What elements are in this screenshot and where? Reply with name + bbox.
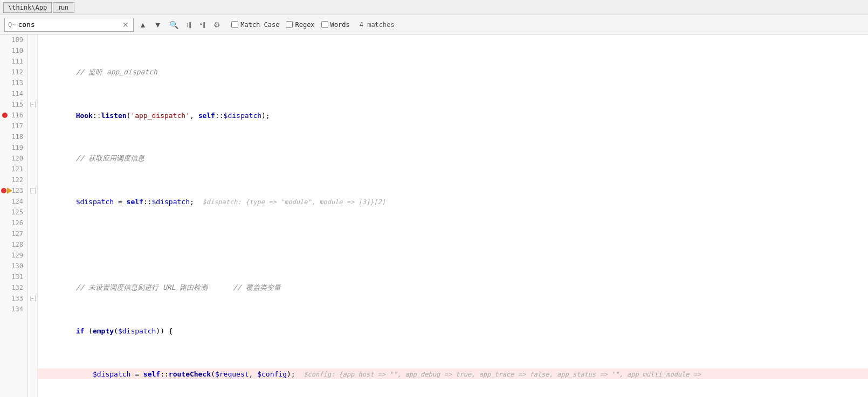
line-num-115: 115 <box>0 99 27 110</box>
line-num-124: 124 <box>0 196 27 207</box>
gutter-112 <box>28 67 37 78</box>
words-option[interactable]: Words <box>321 21 350 29</box>
fold-115[interactable]: − <box>30 102 36 107</box>
code-area[interactable]: // 监听 app_dispatch Hook::listen('app_dis… <box>38 34 868 397</box>
gutter-126 <box>28 218 37 228</box>
code-line-110: Hook::listen('app_dispatch', self::$disp… <box>38 110 868 121</box>
gutter-130 <box>28 261 37 271</box>
regex-checkbox[interactable] <box>286 21 293 28</box>
code-line-109: // 监听 app_dispatch <box>38 67 868 78</box>
gutter-110 <box>28 45 37 56</box>
toggle-replace-button[interactable]: ↕‖ <box>184 20 195 29</box>
line-num-132: 132 <box>0 282 27 293</box>
gutter-119 <box>28 142 37 153</box>
gutter-125 <box>28 207 37 218</box>
search-bar: Q~ ✕ ▲ ▼ 🔍 ↕‖ ‣‖ ⚙ Match Case Regex Word… <box>0 15 868 34</box>
gutter-128 <box>28 239 37 250</box>
search-input[interactable] <box>18 20 121 29</box>
gutter-117 <box>28 121 37 131</box>
gutter-121 <box>28 164 37 175</box>
line-num-126: 126 <box>0 218 27 228</box>
line-num-131: 131 <box>0 271 27 282</box>
code-line-115: if (empty($dispatch)) { <box>38 325 868 336</box>
gutter-113 <box>28 78 37 88</box>
gutter-127 <box>28 228 37 239</box>
breadcrumb-path: \think\App <box>3 2 52 13</box>
line-num-113: 113 <box>0 78 27 88</box>
search-settings-button[interactable]: ⚙ <box>211 19 223 30</box>
match-case-option[interactable]: Match Case <box>231 21 279 29</box>
fold-123[interactable]: − <box>30 188 36 193</box>
line-num-117: 117 <box>0 121 27 131</box>
line-num-133: 133 <box>0 293 27 304</box>
next-match-button[interactable]: ▼ <box>152 19 164 30</box>
prev-match-button[interactable]: ▲ <box>137 19 149 30</box>
gutter-118 <box>28 131 37 142</box>
line-num-110: 110 <box>0 45 27 56</box>
line-num-128: 128 <box>0 239 27 250</box>
line-num-127: 127 <box>0 228 27 239</box>
line-num-118: 118 <box>0 131 27 142</box>
fold-133[interactable]: − <box>30 296 36 301</box>
gutter-111 <box>28 56 37 67</box>
line-num-130: 130 <box>0 261 27 271</box>
fold-gutter: − − − <box>28 34 38 397</box>
search-q-icon: Q~ <box>8 21 16 29</box>
gutter-133[interactable]: − <box>28 293 37 304</box>
gutter-123[interactable]: − <box>28 185 37 196</box>
code-line-113 <box>38 239 868 250</box>
code-line-116: $dispatch = self::routeCheck($request, $… <box>38 368 868 379</box>
line-num-129: 129 <box>0 250 27 261</box>
line-num-112: 112 <box>0 67 27 78</box>
match-count: 4 matches <box>360 21 395 29</box>
line-num-125: 125 <box>0 207 27 218</box>
code-line-114: // 未设置调度信息则进行 URL 路由检测 // 覆盖类变量 <box>38 282 868 293</box>
gutter-134 <box>28 304 37 315</box>
line-num-122: 122 <box>0 175 27 185</box>
gutter-129 <box>28 250 37 261</box>
gutter-115[interactable]: − <box>28 99 37 110</box>
line-num-134: 134 <box>0 304 27 315</box>
line-num-119: 119 <box>0 142 27 153</box>
line-num-120: 120 <box>0 153 27 164</box>
line-num-123: 123 <box>0 185 27 196</box>
search-options: Match Case Regex Words 4 matches <box>231 21 395 29</box>
find-in-selection-button[interactable]: 🔍 <box>167 19 181 30</box>
line-num-109: 109 <box>0 34 27 45</box>
line-num-121: 121 <box>0 164 27 175</box>
collapse-all-button[interactable]: ‣‖ <box>197 20 208 29</box>
editor-container: 109 110 111 112 113 114 115 116 117 118 … <box>0 34 868 397</box>
code-line-111: // 获取应用调度信息 <box>38 153 868 164</box>
regex-option[interactable]: Regex <box>286 21 314 29</box>
line-num-111: 111 <box>0 56 27 67</box>
search-input-wrapper: Q~ ✕ <box>4 18 134 32</box>
run-button[interactable]: run <box>53 2 74 13</box>
gutter-120 <box>28 153 37 164</box>
gutter-124 <box>28 196 37 207</box>
gutter-116 <box>28 110 37 121</box>
gutter-122 <box>28 175 37 185</box>
words-checkbox[interactable] <box>321 21 328 28</box>
gutter-114 <box>28 88 37 99</box>
line-num-114: 114 <box>0 88 27 99</box>
breadcrumb-bar: \think\App run <box>0 0 868 15</box>
gutter-109 <box>28 34 37 45</box>
line-num-116: 116 <box>0 110 27 121</box>
match-case-checkbox[interactable] <box>231 21 238 28</box>
gutter-131 <box>28 271 37 282</box>
code-line-112: $dispatch = self::$dispatch; $dispatch: … <box>38 196 868 207</box>
search-clear-button[interactable]: ✕ <box>121 20 130 29</box>
line-numbers: 109 110 111 112 113 114 115 116 117 118 … <box>0 34 28 397</box>
gutter-132 <box>28 282 37 293</box>
